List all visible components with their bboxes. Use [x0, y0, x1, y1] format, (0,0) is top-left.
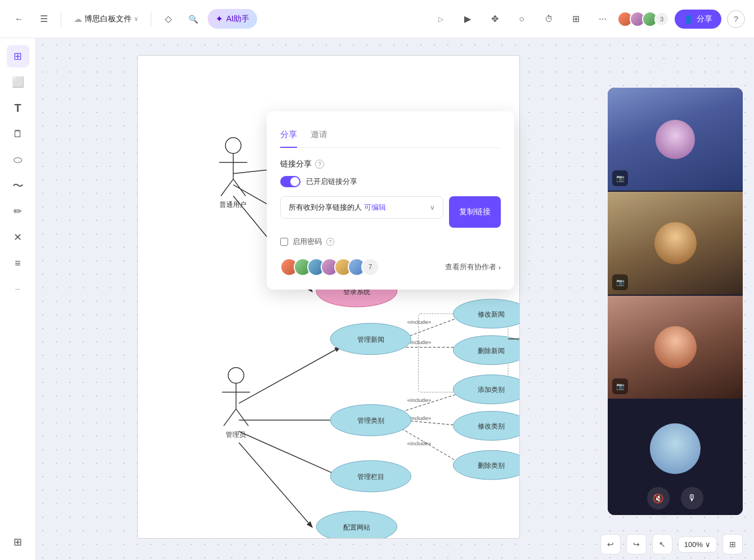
svg-line-28: [236, 409, 248, 426]
collab-count: 7: [361, 258, 379, 276]
collaborator-row: 7 查看所有协作者 ›: [280, 258, 501, 276]
tab-share[interactable]: 分享: [280, 125, 297, 148]
sidebar-expand-icon[interactable]: ⊞: [7, 531, 29, 553]
help-button[interactable]: ?: [727, 10, 745, 28]
sidebar-frame-icon[interactable]: ⬜: [7, 71, 29, 93]
svg-line-22: [234, 179, 246, 196]
share-popup: 分享 邀请 链接分享 ? 已开启链接分享 所有收到分享链接的人 可编辑 ∨ 复制…: [267, 111, 514, 290]
divider: [61, 11, 61, 27]
svg-line-21: [221, 179, 234, 196]
divider2: [151, 11, 151, 27]
cam-icon-1[interactable]: 📷: [612, 170, 628, 186]
svg-text:修改新闻: 修改新闻: [478, 310, 505, 318]
video-cell-2: 📷: [608, 192, 743, 296]
svg-text:管理类别: 管理类别: [357, 417, 384, 424]
toolbar: ← ☰ ☁ 博思白板文件 ∨ ◇ 🔍 ✦ AI助手 ▷ ▶ ✥ ○ ⏱ ⊞ ⋯ …: [0, 0, 754, 38]
share-button[interactable]: 👤 分享: [675, 10, 721, 29]
permission-selector[interactable]: 所有收到分享链接的人 可编辑 ∨: [280, 196, 443, 219]
minimap-button[interactable]: ⊞: [722, 534, 743, 554]
sidebar-text-icon[interactable]: T: [7, 97, 29, 119]
cam-icon-3[interactable]: 📷: [612, 378, 628, 394]
zoom-chevron: ∨: [705, 540, 711, 549]
sidebar-list-icon[interactable]: ≡: [7, 252, 29, 274]
tag-button[interactable]: ◇: [158, 9, 178, 29]
search-button[interactable]: 🔍: [183, 9, 203, 29]
sidebar-draw-icon[interactable]: ✏: [7, 200, 29, 223]
expand-tool-button[interactable]: ▷: [430, 9, 451, 29]
mute-button[interactable]: 🔇: [647, 487, 670, 509]
file-name-button[interactable]: ☁ 博思白板文件 ∨: [68, 11, 144, 28]
chart-tool-button[interactable]: ⊞: [566, 9, 586, 29]
svg-text:管理员: 管理员: [226, 431, 246, 439]
sidebar-connector-icon[interactable]: ✕: [7, 226, 29, 249]
cam-icon-2[interactable]: 📷: [612, 274, 628, 290]
back-button[interactable]: ←: [9, 9, 29, 29]
svg-line-11: [402, 428, 464, 465]
toolbar-left: ← ☰ ☁ 博思白板文件 ∨ ◇ 🔍 ✦ AI助手: [9, 9, 426, 29]
perm-highlight: 可编辑: [364, 203, 386, 211]
mic-off-button[interactable]: 🎙: [681, 487, 703, 509]
cursor-mode-button[interactable]: ↖: [652, 534, 672, 554]
svg-text:«include»: «include»: [407, 440, 432, 446]
left-sidebar: ⊞ ⬜ T 🗒 ⬭ 〜 ✏ ✕ ≡ ··· ⊞: [0, 38, 36, 560]
svg-text:添加类别: 添加类别: [478, 386, 505, 394]
video-controls: 🔇 🎙: [608, 481, 743, 515]
ai-label: AI助手: [226, 14, 249, 24]
svg-line-6: [239, 442, 312, 527]
sidebar-more-icon[interactable]: ···: [7, 278, 29, 300]
password-info-icon: ?: [326, 238, 334, 246]
toolbar-right: 3 👤 分享 ?: [617, 10, 745, 29]
perm-text: 所有收到分享链接的人 可编辑: [289, 202, 425, 213]
share-person-icon: 👤: [684, 15, 693, 24]
svg-point-24: [228, 368, 244, 383]
password-row: 启用密码 ?: [280, 237, 501, 247]
canvas-area[interactable]: «include» «include» «include» «include» …: [36, 38, 754, 560]
video-bg-3: [608, 296, 743, 399]
popup-tabs: 分享 邀请: [280, 125, 501, 148]
chevron-right-icon: ›: [499, 263, 501, 272]
password-checkbox[interactable]: [280, 238, 288, 246]
svg-text:管理新闻: 管理新闻: [357, 336, 384, 344]
cursor-tool-button[interactable]: ✥: [484, 9, 505, 29]
avatar-count: 3: [654, 12, 669, 26]
perm-chevron-icon: ∨: [430, 204, 435, 211]
timer-tool-button[interactable]: ⏱: [538, 9, 559, 29]
menu-button[interactable]: ☰: [34, 9, 54, 29]
zoom-control[interactable]: 100% ∨: [678, 536, 717, 553]
ai-assistant-button[interactable]: ✦ AI助手: [208, 9, 257, 29]
undo-button[interactable]: ↩: [600, 534, 621, 554]
bottom-bar: ↩ ↪ ↖ 100% ∨ ⊞: [72, 529, 754, 560]
copy-link-button[interactable]: 复制链接: [449, 196, 501, 228]
sidebar-sticky-icon[interactable]: 🗒: [7, 123, 29, 145]
tab-invite[interactable]: 邀请: [311, 125, 327, 148]
file-chevron: ∨: [134, 15, 138, 22]
collaborator-avatars-list: 7: [280, 258, 379, 276]
file-name-text: 博思白板文件: [84, 14, 132, 24]
video-cell-3: 📷: [608, 296, 743, 400]
redo-button[interactable]: ↪: [626, 534, 647, 554]
comment-tool-button[interactable]: ○: [511, 9, 532, 29]
sidebar-shape-icon[interactable]: ⬭: [7, 148, 29, 171]
sidebar-home-icon[interactable]: ⊞: [7, 45, 29, 67]
video-cell-1: 📷: [608, 88, 743, 192]
svg-text:修改类别: 修改类别: [478, 422, 505, 430]
toggle-label: 已开启链接分享: [306, 177, 357, 187]
zoom-level: 100%: [684, 540, 703, 549]
svg-line-5: [239, 431, 339, 476]
svg-line-27: [224, 409, 236, 426]
link-toggle-row: 已开启链接分享: [280, 176, 501, 187]
svg-text:«include»: «include»: [407, 319, 432, 325]
sidebar-pen-icon[interactable]: 〜: [7, 174, 29, 197]
view-all-collaborators-button[interactable]: 查看所有协作者 ›: [445, 262, 501, 272]
perm-copy-row: 所有收到分享链接的人 可编辑 ∨ 复制链接: [280, 196, 501, 228]
link-share-toggle[interactable]: [280, 176, 300, 187]
sidebar-bottom: ⊞: [7, 531, 29, 553]
video-panel: 📷 📷 📷: [608, 88, 743, 515]
video-bg-2: [608, 192, 743, 295]
toolbar-center: ▷ ▶ ✥ ○ ⏱ ⊞ ⋯: [430, 9, 613, 29]
play-button[interactable]: ▶: [457, 9, 478, 29]
more-tools-button[interactable]: ⋯: [593, 9, 613, 29]
svg-text:管理栏目: 管理栏目: [357, 473, 384, 481]
info-icon: ?: [315, 160, 324, 169]
svg-text:删除新闻: 删除新闻: [478, 347, 505, 355]
